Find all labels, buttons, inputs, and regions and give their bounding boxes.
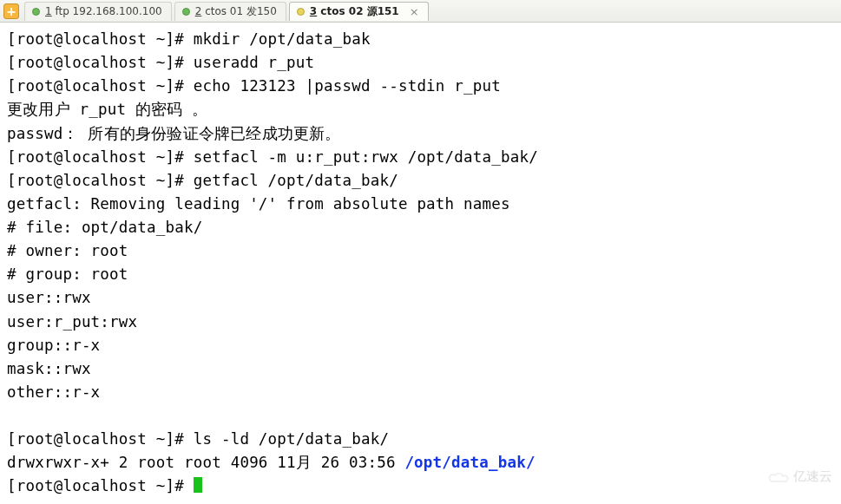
watermark-text: 亿速云	[793, 468, 832, 485]
term-line: [root@localhost ~]# ls -ld /opt/data_bak…	[7, 430, 389, 448]
cloud-icon	[767, 470, 790, 484]
term-line: 更改用户 r_put 的密码 。	[7, 101, 208, 118]
term-line: passwd： 所有的身份验证令牌已经成功更新。	[7, 125, 341, 142]
term-line: [root@localhost ~]#	[7, 477, 194, 494]
watermark: 亿速云	[767, 468, 832, 485]
status-dot-icon	[182, 8, 190, 16]
terminal-output[interactable]: [root@localhost ~]# mkdir /opt/data_bak …	[0, 23, 841, 504]
term-line: # file: opt/data_bak/	[7, 219, 202, 236]
tab-bar: + 1 ftp 192.168.100.100 2 ctos 01 发150 3…	[0, 0, 841, 23]
status-dot-icon	[32, 8, 40, 16]
term-line: mask::rwx	[7, 360, 91, 377]
term-line: [root@localhost ~]# mkdir /opt/data_bak	[7, 30, 371, 48]
tab-label: 3 ctos 02 源151	[310, 4, 399, 19]
tab-label: 1 ftp 192.168.100.100	[45, 5, 162, 17]
cursor-icon	[194, 477, 202, 493]
term-line: user:r_put:rwx	[7, 313, 137, 331]
term-line: group::r-x	[7, 337, 100, 354]
tab-label: 2 ctos 01 发150	[195, 4, 277, 19]
close-icon[interactable]: ×	[410, 5, 419, 18]
term-line: # group: root	[7, 265, 128, 283]
add-tab-button[interactable]: +	[3, 3, 19, 19]
term-line: [root@localhost ~]# getfacl /opt/data_ba…	[7, 172, 398, 189]
term-path-highlight: /opt/data_bak/	[404, 454, 535, 471]
term-line: [root@localhost ~]# setfacl -m u:r_put:r…	[7, 148, 538, 166]
term-line: [root@localhost ~]# useradd r_put	[7, 54, 314, 71]
term-line: [root@localhost ~]# echo 123123 |passwd …	[7, 77, 501, 95]
tab-ftp[interactable]: 1 ftp 192.168.100.100	[24, 2, 172, 21]
term-line: other::r-x	[7, 383, 100, 401]
tab-ctos02[interactable]: 3 ctos 02 源151 ×	[289, 2, 429, 21]
status-dot-icon	[297, 8, 305, 16]
term-line: getfacl: Removing leading '/' from absol…	[7, 195, 510, 213]
term-line: user::rwx	[7, 289, 91, 306]
term-line: drwxrwxr-x+ 2 root root 4096 11月 26 03:5…	[7, 454, 404, 471]
term-line: # owner: root	[7, 242, 128, 259]
tab-ctos01[interactable]: 2 ctos 01 发150	[174, 2, 286, 21]
plus-icon: +	[6, 5, 16, 17]
